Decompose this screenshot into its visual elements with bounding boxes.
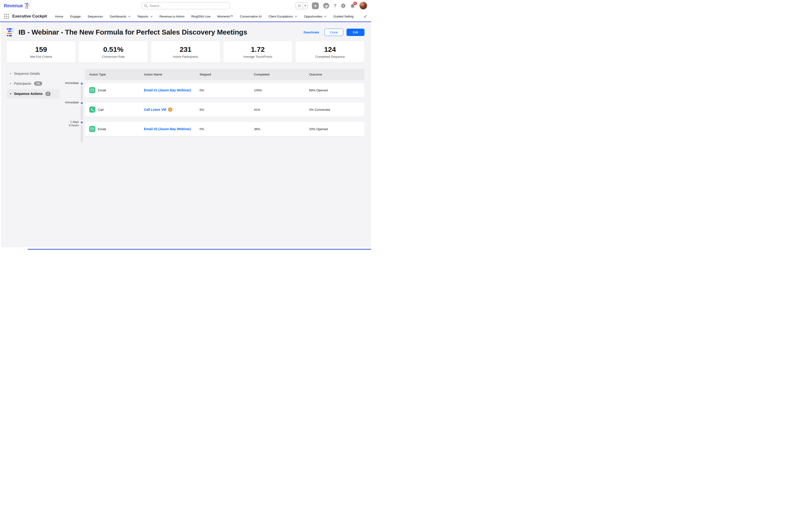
count-badge: 231	[34, 81, 42, 86]
deactivate-button[interactable]: Deactivate	[301, 29, 322, 36]
global-search	[141, 2, 230, 9]
timeline-delay-label: Immediate	[60, 81, 79, 85]
edit-button[interactable]: Edit	[346, 28, 364, 36]
stat-value: 124	[324, 45, 336, 54]
count-badge: 3	[45, 92, 51, 96]
email-icon	[91, 127, 94, 131]
timeline-dot-icon	[81, 102, 83, 104]
action-name-link[interactable]: Email #1 (Jason Bay Webinar)	[144, 88, 191, 92]
page-content: IB - Webinar - The New Formula for Perfe…	[0, 22, 371, 247]
sidebar-item-sequence-actions[interactable]: •Sequence Actions3	[7, 89, 60, 98]
column-header-skipped: Skipped	[199, 73, 254, 76]
stat-label: Met Exit Criteria	[30, 55, 52, 58]
notifications-button[interactable]: 6	[350, 3, 355, 8]
chevron-down-icon	[150, 16, 153, 17]
timeline-dot-icon	[81, 121, 83, 124]
revenue-logo-mark-icon	[25, 3, 30, 8]
action-type-label: Email	[98, 127, 106, 131]
outcome-value: 20% Opened	[309, 127, 364, 131]
stat-value: 159	[35, 45, 47, 54]
trailhead-icon	[323, 3, 329, 9]
stat-card-active-participants: 231Active Participants	[151, 41, 220, 62]
clone-button[interactable]: Clone	[325, 28, 343, 36]
skipped-value: 0%	[199, 89, 254, 92]
stat-value: 1.72	[251, 45, 265, 54]
setup-button[interactable]	[341, 3, 346, 8]
favorite-star-button[interactable]	[296, 2, 303, 9]
stat-card-average-touchpoints: 1.72Average TouchPoints	[224, 41, 292, 62]
nav-item-ringdna-live[interactable]: RingDNA Live	[191, 15, 210, 18]
revenue-logo-wordmark: Revenue	[4, 3, 23, 8]
action-name-link[interactable]: Call Leave VM	[144, 108, 166, 112]
action-name-link[interactable]: Email #2 (Jason Bay Webinar)	[144, 127, 191, 131]
star-icon	[297, 4, 301, 7]
outcome-value: 0% Connected	[309, 108, 364, 112]
global-actions-button[interactable]: +	[312, 2, 319, 9]
chevron-down-icon	[324, 16, 327, 17]
column-header-action-type: Action Type	[85, 73, 144, 76]
timeline-connector-bar	[81, 86, 83, 100]
table-row: CallCall Leave VM▲5%41%0% Connected	[85, 102, 364, 117]
timeline-delay-label: 1 days0 hours	[60, 120, 79, 127]
nav-item-engage[interactable]: Engage	[70, 15, 81, 18]
table-body: EmailEmail #1 (Jason Bay Webinar)0%100%6…	[85, 83, 364, 136]
stat-value: 231	[180, 45, 191, 54]
action-type-label: Call	[98, 108, 103, 112]
nav-item-revenue-io-admin[interactable]: Revenue.io Admin	[159, 15, 185, 18]
app-name: Executive Cockpit	[12, 14, 47, 19]
utility-bar-accent	[28, 249, 371, 250]
nav-items: HomeEngageSequencesDashboardsReportsReve…	[55, 15, 362, 18]
stat-label: Active Participants	[173, 55, 198, 58]
completed-value: 41%	[254, 108, 309, 112]
timeline-delay-label: Immediate	[60, 101, 79, 104]
page-title: IB - Webinar - The New Formula for Perfe…	[18, 28, 298, 36]
user-avatar[interactable]	[359, 2, 367, 10]
nav-item-conversation-ai[interactable]: Conversation AI	[240, 15, 262, 18]
email-icon	[91, 89, 94, 92]
search-input[interactable]	[150, 4, 227, 7]
help-button[interactable]: ?	[333, 3, 336, 8]
voicemail-drop-icon: ▲	[168, 108, 172, 112]
bullet-icon: •	[10, 82, 11, 85]
app-launcher-icon[interactable]	[4, 14, 9, 19]
record-side-nav: •Sequence Details•Participants231•Sequen…	[7, 69, 60, 99]
stats-row: 159Met Exit Criteria0.51%Conversion Rate…	[7, 41, 364, 62]
stat-label: Conversion Rate	[102, 55, 125, 58]
phone-icon	[91, 108, 94, 112]
footer-strip	[0, 247, 371, 250]
sidebar-item-participants[interactable]: •Participants231	[7, 79, 60, 88]
stat-card-met-exit-criteria: 159Met Exit Criteria	[7, 41, 76, 62]
sidebar-item-sequence-details[interactable]: •Sequence Details	[7, 69, 60, 78]
nav-item-reports[interactable]: Reports	[137, 15, 153, 18]
nav-item-opportunities[interactable]: Opportunities	[304, 15, 327, 18]
nav-item-client-escalations[interactable]: Client Escalations	[268, 15, 297, 18]
question-mark-icon: ?	[333, 3, 336, 8]
table-row: EmailEmail #2 (Jason Bay Webinar)0%36%20…	[85, 122, 364, 136]
sequence-actions-table: Action TypeAction NameSkippedCompletedOu…	[85, 69, 364, 136]
app-window: Revenue +	[0, 0, 371, 250]
action-type-icon-wrap	[89, 87, 95, 93]
sidebar-item-label: Sequence Actions	[14, 92, 43, 96]
completed-value: 36%	[254, 127, 309, 131]
global-header: Revenue +	[0, 0, 371, 11]
bullet-icon: •	[10, 72, 11, 75]
nav-item-sequences[interactable]: Sequences	[88, 15, 103, 18]
nav-item-moments[interactable]: Moments™	[217, 15, 233, 18]
favorites-dropdown-button[interactable]	[303, 2, 308, 9]
action-type-icon-wrap	[89, 107, 95, 113]
notification-count-badge: 6	[353, 1, 358, 6]
nav-item-dashboards[interactable]: Dashboards	[110, 15, 131, 18]
guidance-center-button[interactable]	[323, 3, 329, 9]
gear-icon	[341, 3, 346, 8]
completed-value: 100%	[254, 89, 309, 92]
nav-item-home[interactable]: Home	[55, 15, 63, 18]
nav-item-guided-selling[interactable]: Guided Selling	[333, 15, 353, 18]
caret-down-icon	[304, 5, 307, 6]
sequence-record-icon	[7, 28, 15, 36]
skipped-value: 5%	[199, 108, 254, 112]
timeline-connector-bar	[81, 125, 83, 142]
table-row: EmailEmail #1 (Jason Bay Webinar)0%100%6…	[85, 83, 364, 97]
stat-card-conversion-rate: 0.51%Conversion Rate	[79, 41, 148, 62]
edit-navigation-pencil-icon[interactable]	[364, 15, 367, 18]
timeline-connector-bar	[81, 105, 83, 120]
